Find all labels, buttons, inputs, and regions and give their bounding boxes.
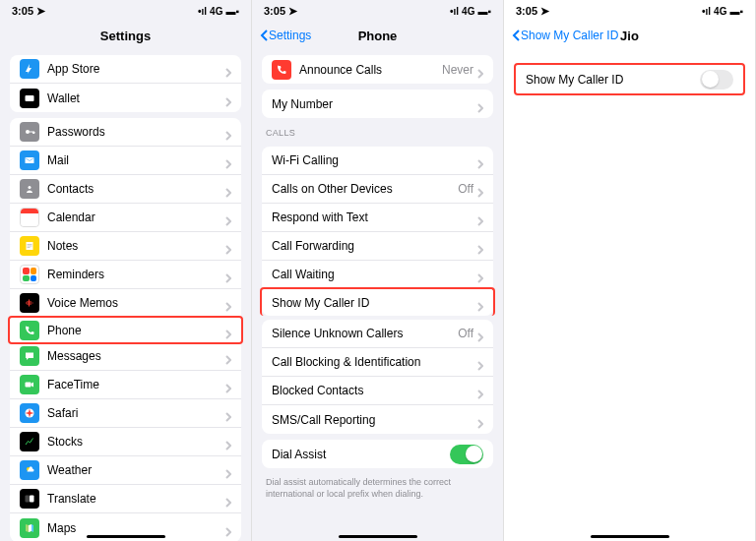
chevron-right-icon <box>477 155 483 165</box>
reminders-row[interactable]: Reminders <box>10 261 241 289</box>
passwords-label: Passwords <box>47 125 225 139</box>
network-label: 4G <box>714 6 726 17</box>
mail-icon <box>20 150 39 170</box>
passwords-row[interactable]: Passwords <box>10 118 241 147</box>
translate-icon <box>20 489 39 509</box>
blocked-contacts-label: Blocked Contacts <box>272 384 477 397</box>
svg-rect-8 <box>30 496 34 503</box>
wifi-calling-row[interactable]: Wi-Fi Calling <box>262 147 493 175</box>
maps-label: Maps <box>47 521 225 535</box>
home-indicator[interactable] <box>591 535 669 538</box>
call-forwarding-label: Call Forwarding <box>272 239 477 253</box>
safari-row[interactable]: Safari <box>10 399 241 428</box>
settings-panel: 3:05➤ •ıl4G▬▪ Settings App StoreWallet P… <box>0 0 252 541</box>
silence-unknown-label: Silence Unknown Callers <box>272 327 458 340</box>
location-icon: ➤ <box>36 5 45 18</box>
chevron-right-icon <box>477 99 483 109</box>
weather-icon <box>20 460 39 480</box>
my-number-label: My Number <box>272 97 477 111</box>
chevron-right-icon <box>225 351 231 361</box>
chevron-right-icon <box>477 270 483 279</box>
chevron-right-icon <box>225 64 231 74</box>
call-blocking-label: Call Blocking & Identification <box>272 355 477 369</box>
my-number-row[interactable]: My Number <box>262 90 493 118</box>
translate-label: Translate <box>47 492 225 506</box>
call-waiting-label: Call Waiting <box>272 268 477 281</box>
voicememos-row[interactable]: Voice Memos <box>10 289 241 318</box>
phone-label: Phone <box>47 324 225 337</box>
notes-label: Notes <box>47 239 225 253</box>
phone-row[interactable]: Phone <box>8 316 243 344</box>
home-indicator[interactable] <box>87 535 165 538</box>
silence-unknown-row[interactable]: Silence Unknown CallersOff <box>262 320 493 348</box>
contacts-label: Contacts <box>47 182 225 196</box>
stocks-row[interactable]: Stocks <box>10 428 241 456</box>
sms-reporting-label: SMS/Call Reporting <box>272 413 477 427</box>
svg-point-3 <box>29 186 32 189</box>
call-forwarding-row[interactable]: Call Forwarding <box>262 232 493 261</box>
announce-detail: Never <box>442 63 473 77</box>
voicememos-icon <box>20 293 39 313</box>
caller-id-label: Show My Caller ID <box>272 296 477 310</box>
calendar-row[interactable]: Calendar <box>10 204 241 232</box>
blocked-contacts-row[interactable]: Blocked Contacts <box>262 377 493 405</box>
status-time: 3:05 <box>516 5 537 17</box>
wallet-label: Wallet <box>47 91 225 105</box>
dial-assist-row[interactable]: Dial Assist <box>262 440 493 468</box>
svg-rect-7 <box>26 496 31 503</box>
chevron-right-icon <box>477 184 483 194</box>
phone-settings-panel: 3:05➤ •ıl4G▬▪ Settings Phone Announce Ca… <box>252 0 504 541</box>
page-title: Jio <box>620 29 639 43</box>
appstore-row[interactable]: App Store <box>10 55 241 84</box>
back-label: Settings <box>269 29 311 42</box>
chevron-right-icon <box>477 298 483 308</box>
maps-icon <box>20 518 39 538</box>
stocks-icon <box>20 432 39 451</box>
wallet-row[interactable]: Wallet <box>10 84 241 112</box>
status-right: •ıl4G▬▪ <box>198 6 239 17</box>
home-indicator[interactable] <box>339 535 417 538</box>
notes-row[interactable]: Notes <box>10 232 241 261</box>
calls-section-header: CALLS <box>252 124 503 141</box>
svg-rect-4 <box>26 383 32 388</box>
caller-id-row[interactable]: Show My Caller ID <box>260 287 495 316</box>
signal-icon: •ıl <box>450 6 459 17</box>
reminders-label: Reminders <box>47 268 225 281</box>
silence-unknown-detail: Off <box>458 327 473 340</box>
show-caller-id-row[interactable]: Show My Caller ID <box>516 65 743 93</box>
chevron-right-icon <box>477 241 483 251</box>
status-time: 3:05 <box>264 5 285 17</box>
nav-bar: Settings Phone <box>252 22 503 49</box>
dial-assist-toggle[interactable] <box>450 445 483 464</box>
chevron-right-icon <box>225 184 231 194</box>
messages-row[interactable]: Messages <box>10 342 241 371</box>
back-button[interactable]: Show My Caller ID <box>512 29 618 42</box>
appstore-icon <box>20 59 39 79</box>
safari-icon <box>20 403 39 423</box>
translate-row[interactable]: Translate <box>10 485 241 513</box>
respond-text-row[interactable]: Respond with Text <box>262 204 493 232</box>
wallet-icon <box>20 89 39 108</box>
stocks-label: Stocks <box>47 435 225 449</box>
location-icon: ➤ <box>288 5 297 18</box>
signal-icon: •ıl <box>198 6 207 17</box>
call-blocking-row[interactable]: Call Blocking & Identification <box>262 348 493 377</box>
facetime-row[interactable]: FaceTime <box>10 371 241 399</box>
weather-row[interactable]: Weather <box>10 456 241 485</box>
announce-row[interactable]: Announce CallsNever <box>262 55 493 84</box>
wifi-calling-label: Wi-Fi Calling <box>272 153 477 167</box>
other-devices-row[interactable]: Calls on Other DevicesOff <box>262 175 493 204</box>
page-title: Phone <box>358 29 398 43</box>
phone-icon <box>20 321 39 340</box>
chevron-right-icon <box>225 408 231 418</box>
back-button[interactable]: Settings <box>260 29 311 42</box>
nav-bar: Show My Caller ID Jio <box>504 22 755 49</box>
svg-rect-0 <box>26 95 34 101</box>
passwords-icon <box>20 122 39 142</box>
sms-reporting-row[interactable]: SMS/Call Reporting <box>262 405 493 434</box>
show-caller-id-toggle[interactable] <box>700 70 733 90</box>
mail-row[interactable]: Mail <box>10 147 241 175</box>
call-waiting-row[interactable]: Call Waiting <box>262 261 493 289</box>
messages-icon <box>20 346 39 366</box>
contacts-row[interactable]: Contacts <box>10 175 241 204</box>
